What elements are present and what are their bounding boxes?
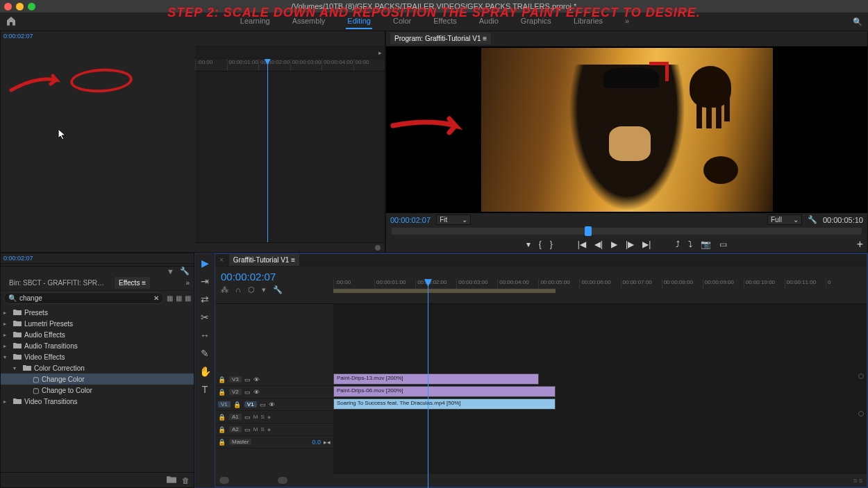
track-header-master[interactable]: 🔒Master0.0▸◂ [215, 436, 333, 448]
comparison-view-icon[interactable]: ▭ [719, 239, 727, 249]
solo-button[interactable]: S [260, 426, 264, 432]
hand-tool-icon[interactable]: ✋ [199, 366, 211, 377]
ec-timecode[interactable]: 0:00:02:07 [1, 31, 195, 253]
timeline-playhead[interactable] [428, 279, 428, 488]
work-area-bar[interactable] [333, 289, 556, 293]
effect-controls-timeline[interactable]: :00:0000:00:01:0000:00:02:0000:00:03:000… [195, 59, 385, 242]
track-zoom-handle[interactable] [858, 373, 864, 379]
preset-badge-icon-2[interactable]: ▦ [176, 294, 182, 302]
resolution-dropdown[interactable]: Full⌄ [767, 214, 802, 225]
clip-v1[interactable]: Soaring To Success feat. The Draculas.mp… [333, 398, 556, 410]
change-to-color-effect[interactable]: ▢Change to Color [1, 385, 194, 396]
program-timecode[interactable]: 00:00:02:07 [390, 216, 431, 224]
track-header-v3[interactable]: 🔒V3▭👁 [215, 373, 333, 386]
close-icon[interactable] [4, 3, 12, 10]
source-patch-v1[interactable]: V1 [218, 401, 231, 407]
timeline-scrollbar[interactable]: S S [215, 474, 867, 487]
search-icon[interactable]: 🔍 [853, 17, 862, 26]
window-controls[interactable] [4, 3, 35, 10]
wrench-icon[interactable]: 🔧 [273, 285, 283, 294]
toggle-output-icon[interactable]: ▭ [244, 389, 251, 396]
ec-scroll-right[interactable] [375, 245, 381, 251]
zoom-icon[interactable] [28, 3, 35, 10]
search-input[interactable]: change [19, 294, 151, 302]
solo-button[interactable]: S [260, 414, 264, 420]
ripple-edit-tool-icon[interactable]: ⇄ [201, 294, 209, 305]
expand-icon[interactable]: ▸◂ [324, 439, 331, 446]
step-forward-icon[interactable]: |▶ [626, 239, 634, 249]
voiceover-icon[interactable]: ● [267, 414, 271, 421]
effects-search[interactable]: 🔍 change ✕ [3, 292, 164, 304]
snap-icon[interactable]: ⁂ [221, 285, 228, 294]
ec-playhead[interactable] [267, 59, 268, 242]
toggle-output-icon[interactable]: ▭ [244, 414, 251, 421]
track-header-v2[interactable]: 🔒V2▭👁 [215, 386, 333, 398]
program-viewport[interactable] [386, 47, 867, 213]
preset-badge-icon[interactable]: ▦ [167, 294, 173, 302]
lock-icon[interactable]: 🔒 [218, 426, 226, 433]
play-icon[interactable]: ▶ [611, 239, 617, 249]
timeline-clips-area[interactable]: Paint-Drips-13.mov [200%] Paint-Drips-06… [333, 304, 867, 474]
track-header-a2[interactable]: 🔒A2▭MS● [215, 423, 333, 436]
video-transitions-folder[interactable]: ▸Video Transitions [1, 396, 194, 407]
go-to-in-icon[interactable]: |◀ [578, 239, 586, 249]
add-marker-icon[interactable]: ▾ [526, 239, 531, 249]
wrench-icon[interactable]: 🔧 [808, 215, 817, 224]
color-correction-folder[interactable]: ▾Color Correction [1, 362, 194, 373]
razor-tool-icon[interactable]: ✂ [201, 312, 209, 323]
type-tool-icon[interactable]: T [202, 384, 208, 395]
zoom-dropdown[interactable]: Fit⌄ [436, 214, 471, 225]
selection-tool-icon[interactable]: ▶ [201, 258, 209, 269]
lock-icon[interactable]: 🔒 [218, 376, 226, 383]
program-scrubber[interactable] [392, 228, 862, 235]
toggle-eye-icon[interactable]: 👁 [253, 389, 260, 396]
step-back-icon[interactable]: ◀| [594, 239, 603, 249]
presets-folder[interactable]: ▸Presets [1, 307, 194, 318]
track-header-a1[interactable]: 🔒A1▭MS● [215, 411, 333, 423]
change-color-effect[interactable]: ▢Change Color [1, 373, 194, 385]
zoom-scroll-left[interactable] [219, 477, 229, 484]
lock-icon[interactable]: 🔒 [218, 414, 226, 421]
mute-button[interactable]: M [253, 414, 258, 420]
toggle-eye-icon[interactable]: 👁 [269, 401, 275, 408]
marker-icon[interactable]: ⬡ [248, 285, 255, 294]
audio-effects-folder[interactable]: ▸Audio Effects [1, 329, 194, 340]
effects-tab[interactable]: Effects ≡ [115, 277, 150, 289]
panel-overflow-icon[interactable]: » [185, 279, 190, 287]
sequence-tab[interactable]: Graffiti-Tutorial V1 ≡ [229, 254, 299, 266]
master-value[interactable]: 0.0 [312, 439, 321, 446]
new-bin-icon[interactable] [167, 476, 176, 485]
video-effects-folder[interactable]: ▾Video Effects [1, 351, 194, 362]
source-funnel-icon[interactable]: ▼ [167, 267, 174, 276]
lock-icon[interactable]: 🔒 [233, 401, 242, 408]
pen-tool-icon[interactable]: ✎ [201, 348, 209, 359]
lumetri-presets-folder[interactable]: ▸Lumetri Presets [1, 318, 194, 329]
lock-icon[interactable]: 🔒 [218, 389, 226, 396]
timeline-timecode[interactable]: 00:00:02:07 [221, 271, 328, 283]
track-zoom-handle[interactable] [858, 411, 864, 417]
program-tab[interactable]: Program: Graffiti-Tutorial V1 ≡ [390, 33, 491, 44]
minimize-icon[interactable] [16, 3, 24, 10]
toggle-output-icon[interactable]: ▭ [244, 376, 251, 383]
clip-v2[interactable]: Paint-Drips-06.mov [200%] [333, 386, 556, 397]
audio-transitions-folder[interactable]: ▸Audio Transitions [1, 340, 194, 351]
source-timecode[interactable]: 0:00:02:07 [1, 253, 194, 264]
slip-tool-icon[interactable]: ↔ [200, 330, 210, 341]
timeline-close-icon[interactable]: × [219, 256, 224, 264]
lift-icon[interactable]: ⤴ [676, 239, 680, 249]
track-header-v1[interactable]: V1🔒V1▭👁 [215, 398, 333, 411]
delete-icon[interactable]: 🗑 [182, 476, 190, 485]
mark-in-icon[interactable]: { [539, 239, 542, 249]
export-frame-icon[interactable]: 📷 [701, 239, 711, 249]
clear-search-icon[interactable]: ✕ [153, 294, 159, 302]
settings-icon[interactable]: ▾ [262, 285, 266, 294]
linked-selection-icon[interactable]: ∩ [235, 285, 241, 294]
program-playhead[interactable] [585, 226, 592, 236]
toggle-eye-icon[interactable]: 👁 [253, 376, 260, 383]
home-icon[interactable] [6, 15, 17, 28]
clip-v3[interactable]: Paint-Drips-13.mov [200%] [333, 373, 539, 385]
mute-button[interactable]: M [253, 426, 258, 432]
ec-play-icon[interactable]: ▸ [378, 49, 382, 56]
preset-badge-icon-3[interactable]: ▦ [185, 294, 191, 302]
voiceover-icon[interactable]: ● [267, 426, 271, 433]
